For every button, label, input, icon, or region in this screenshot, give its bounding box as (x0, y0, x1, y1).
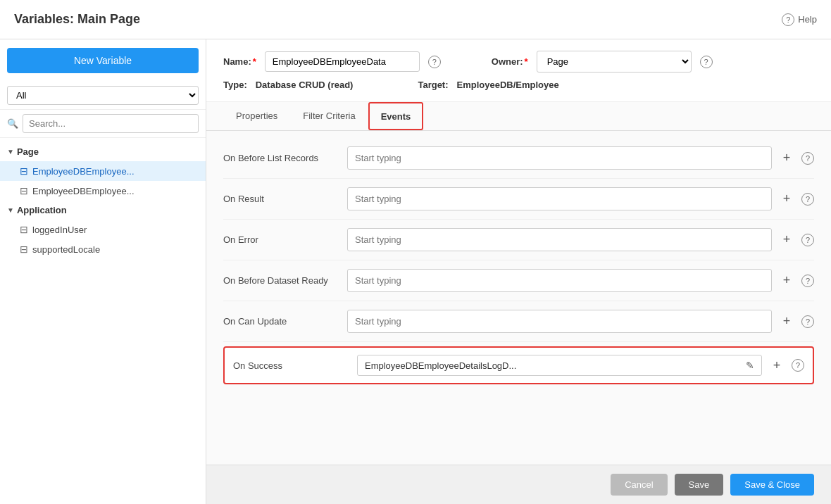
event-label-on-can-update: On Can Update (223, 316, 336, 327)
form-header: Name:* ? Owner:* Page ? Type: Database C… (206, 39, 831, 102)
event-info-on-error[interactable]: ? (801, 234, 814, 246)
event-input-on-result[interactable] (347, 187, 772, 210)
event-info-on-success[interactable]: ? (792, 359, 804, 372)
owner-required: * (525, 56, 528, 67)
tab-properties[interactable]: Properties (223, 102, 290, 131)
events-content: On Before List Records + ? On Result + ? (206, 131, 831, 465)
event-info-on-can-update[interactable]: ? (801, 315, 814, 328)
name-required: * (253, 56, 256, 67)
on-success-edit-icon[interactable]: ✎ (746, 360, 754, 371)
name-row: Name:* ? Owner:* Page ? (223, 51, 814, 73)
cancel-button[interactable]: Cancel (611, 474, 667, 496)
footer: Cancel Save Save & Close (206, 465, 831, 504)
help-button[interactable]: ? Help (782, 13, 817, 26)
name-info-icon[interactable]: ? (428, 56, 441, 68)
name-label: Name:* (223, 56, 256, 67)
event-label-on-before-dataset-ready: On Before Dataset Ready (223, 275, 336, 286)
event-input-on-before-list-records[interactable] (347, 146, 772, 170)
new-variable-button[interactable]: New Variable (7, 48, 199, 73)
tree-group-application-label: Application (17, 205, 67, 215)
event-add-on-success[interactable]: + (768, 356, 786, 374)
main-layout: New Variable All 🔍 ▼ Page ⊟ EmployeeDBEm (0, 39, 831, 504)
event-input-wrap-3: + ? (347, 228, 814, 251)
event-row-on-error: On Error + ? (223, 220, 814, 260)
sidebar-item-loggedinuser[interactable]: ⊟ loggedInUser (0, 220, 206, 239)
type-value: Database CRUD (read) (256, 80, 354, 90)
event-row-on-before-dataset-ready: On Before Dataset Ready + ? (223, 260, 814, 301)
sidebar-item-supportedlocale-label: supportedLocale (32, 244, 100, 255)
sidebar-item-supportedlocale[interactable]: ⊟ supportedLocale (0, 239, 206, 259)
event-label-on-before-list-records: On Before List Records (223, 153, 336, 163)
event-info-on-before-list-records[interactable]: ? (801, 152, 814, 165)
on-success-input-container[interactable]: EmployeeDBEmployeeDetailsLogD... ✎ (357, 355, 762, 376)
tabs-bar: Properties Filter Criteria Events (206, 102, 831, 131)
tree-group-page[interactable]: ▼ Page (0, 142, 206, 161)
event-input-on-can-update[interactable] (347, 310, 772, 333)
event-info-on-before-dataset-ready[interactable]: ? (801, 275, 814, 287)
target-value: EmployeeDB/Employee (457, 80, 559, 90)
sidebar-item-employee2[interactable]: ⊟ EmployeeDBEmployee... (0, 181, 206, 201)
event-row-on-success: On Success EmployeeDBEmployeeDetailsLogD… (223, 346, 814, 384)
type-row: Type: Database CRUD (read) Target: Emplo… (223, 80, 814, 90)
tree-group-page-label: Page (17, 146, 39, 157)
help-icon: ? (782, 13, 794, 26)
target-label: Target: (418, 80, 448, 90)
event-input-wrap-4: + ? (347, 269, 814, 292)
event-add-on-error[interactable]: + (777, 231, 796, 249)
event-input-on-before-dataset-ready[interactable] (347, 269, 772, 292)
search-row: 🔍 (0, 110, 206, 138)
event-input-wrap-2: + ? (347, 187, 814, 210)
event-input-wrap-1: + ? (347, 146, 814, 170)
owner-select[interactable]: Page (537, 51, 692, 73)
sidebar: New Variable All 🔍 ▼ Page ⊟ EmployeeDBEm (0, 39, 206, 504)
event-label-on-result: On Result (223, 194, 336, 204)
on-success-value: EmployeeDBEmployeeDetailsLogD... (365, 360, 739, 371)
tab-events[interactable]: Events (368, 102, 424, 130)
filter-row: All (0, 82, 206, 110)
event-add-on-before-dataset-ready[interactable]: + (777, 272, 796, 290)
tree-section: ▼ Page ⊟ EmployeeDBEmployee... ⊟ Employe… (0, 138, 206, 263)
type-label: Type: (223, 80, 247, 90)
save-close-button[interactable]: Save & Close (730, 474, 814, 496)
event-input-on-error[interactable] (347, 228, 772, 251)
page-title: Variables: Main Page (14, 12, 140, 27)
save-button[interactable]: Save (675, 474, 724, 496)
owner-label: Owner:* (492, 56, 528, 67)
name-input[interactable] (265, 51, 420, 72)
content-area: Name:* ? Owner:* Page ? Type: Database C… (206, 39, 831, 504)
tab-filter-criteria[interactable]: Filter Criteria (290, 102, 368, 131)
search-icon: 🔍 (7, 118, 18, 129)
sidebar-item-employee1-label: EmployeeDBEmployee... (32, 166, 135, 177)
event-input-wrap-5: + ? (347, 310, 814, 333)
db-icon-3: ⊟ (20, 224, 28, 235)
event-label-on-success: On Success (233, 360, 346, 371)
event-row-on-result: On Result + ? (223, 179, 814, 220)
tree-group-application[interactable]: ▼ Application (0, 201, 206, 220)
event-info-on-result[interactable]: ? (801, 193, 814, 206)
event-add-on-can-update[interactable]: + (777, 313, 796, 331)
event-add-on-result[interactable]: + (777, 190, 796, 208)
event-row-on-before-list-records: On Before List Records + ? (223, 138, 814, 179)
db-icon-2: ⊟ (20, 185, 28, 196)
event-label-on-error: On Error (223, 234, 336, 245)
event-input-wrap-6: EmployeeDBEmployeeDetailsLogD... ✎ + ? (357, 355, 804, 376)
event-row-on-can-update: On Can Update + ? (223, 301, 814, 342)
application-arrow-icon: ▼ (7, 206, 14, 214)
sidebar-item-loggedinuser-label: loggedInUser (32, 225, 87, 235)
search-input[interactable] (23, 114, 199, 133)
owner-info-icon[interactable]: ? (700, 56, 713, 68)
db-icon-1: ⊟ (20, 165, 28, 177)
sidebar-item-employee1[interactable]: ⊟ EmployeeDBEmployee... (0, 161, 206, 181)
filter-select[interactable]: All (7, 86, 199, 105)
event-add-on-before-list-records[interactable]: + (777, 149, 796, 168)
header: Variables: Main Page ? Help (0, 0, 831, 39)
sidebar-item-employee2-label: EmployeeDBEmployee... (32, 186, 135, 196)
page-arrow-icon: ▼ (7, 148, 14, 156)
db-icon-4: ⊟ (20, 244, 28, 255)
